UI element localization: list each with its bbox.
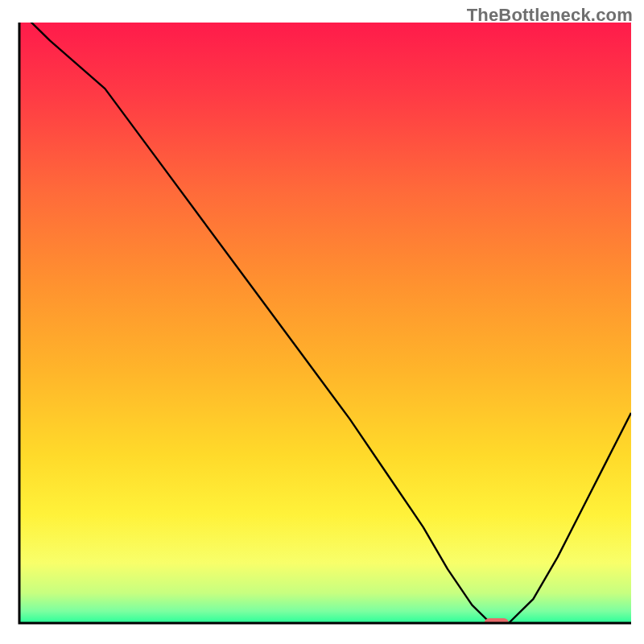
watermark-text: TheBottleneck.com <box>467 5 633 26</box>
chart-container: TheBottleneck.com <box>0 0 644 644</box>
bottleneck-curve-chart <box>0 0 644 644</box>
gradient-background <box>19 23 631 623</box>
